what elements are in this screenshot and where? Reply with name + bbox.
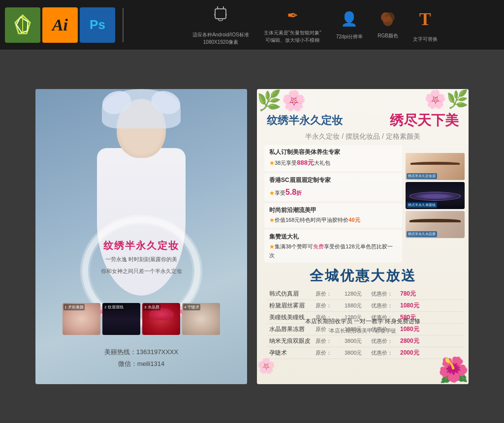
promo-title-2: 香港SC眉眉眉定制专家 bbox=[269, 176, 397, 184]
feature-dpi: 👤 72dpi分辨率 bbox=[336, 9, 363, 40]
feature-text: T 文字可替换 bbox=[413, 7, 438, 43]
flower-top-left: 🌿🌸 bbox=[257, 89, 306, 112]
promo-item-3: ★价值168元特色时尚甲油胶特价40元 bbox=[269, 216, 397, 225]
toolbar: Ai Ps 适应各种Android/IOS标准 1080X19 bbox=[0, 0, 504, 50]
price-row-1: 粉黛眉丝雾眉 原价： 1880元 优惠价： 1080元 bbox=[267, 300, 464, 312]
svg-rect-8 bbox=[219, 19, 222, 21]
rgb-icon bbox=[380, 10, 396, 28]
service-lashes: 2 纹眉眉线 bbox=[102, 303, 140, 335]
contact-info: 美丽热线：1363197XXXX 微信：meili1314 bbox=[104, 346, 178, 369]
pen-icon: ✒ bbox=[287, 6, 298, 25]
promo-title-4: 集赞送大礼 bbox=[269, 233, 397, 241]
promo-item-4: ★集满38个赞即可免费享受价值128元单色芭比胶一次 bbox=[269, 242, 397, 260]
right-footer: 本店长期招收学员 一对一教学 终身免费进修 本店长期招收美甲/彩妆学徒 bbox=[264, 317, 461, 334]
feature-rgb: RGB颜色 bbox=[378, 10, 398, 39]
toolbar-logos: Ai Ps bbox=[5, 7, 115, 43]
promo-2: 香港SC眉眉眉定制专家 ★享受5.8折 bbox=[264, 173, 402, 202]
service-images: 1 术前素颜 2 纹眉眉线 3 水晶唇 4 守睫术 bbox=[63, 303, 220, 335]
cdr-logo bbox=[5, 7, 40, 43]
feature-vector: ✒ 主体元素是"矢量智能对象" 可编辑、放大缩小不模糊 bbox=[264, 6, 321, 44]
cards-row: 🌸 🌺 🌸 🌸 🌺 🌸 纹绣半永久定妆 一劳永逸 时时刻刻展露你的美 你和女神之… bbox=[35, 89, 469, 384]
left-tagline-2: 你和女神之间只差一个半永久定妆 bbox=[92, 267, 190, 276]
flower-bottom-right: 🌺 bbox=[438, 356, 469, 384]
right-title-wenxiu: 纹绣半永久定妆 bbox=[267, 113, 343, 128]
person-icon: 👤 bbox=[341, 9, 358, 29]
toolbar-features: 适应各种Android/IOS标准 1080X1920像素 ✒ 主体元素是"矢量… bbox=[131, 4, 499, 46]
contact-wechat: 微信：meili1314 bbox=[104, 358, 178, 369]
promo-item-1: ★38元享受888元大礼包 bbox=[269, 158, 397, 168]
text-icon: T bbox=[419, 7, 431, 31]
feature-android: 适应各种Android/IOS标准 1080X1920像素 bbox=[192, 4, 249, 46]
svg-rect-3 bbox=[215, 9, 226, 19]
left-card: 🌸 🌺 🌸 🌸 🌺 🌸 纹绣半永久定妆 一劳永逸 时时刻刻展露你的美 你和女神之… bbox=[35, 89, 247, 384]
promo-3: 时尚前沿潮流美甲 ★价值168元特色时尚甲油胶特价40元 bbox=[264, 203, 402, 228]
big-promo-title: 全城优惠大放送 bbox=[264, 267, 461, 285]
ai-logo: Ai bbox=[42, 7, 78, 43]
service-label-2: 2 纹眉眉线 bbox=[103, 304, 125, 310]
price-row-4: 纳米无痕双眼皮 原价： 3800元 优惠价： 2800元 bbox=[267, 335, 464, 347]
promo-sections: 私人订制美容美体养生专家 ★38元享受888元大礼包 香港SC眉眉眉定制专家 ★… bbox=[264, 145, 402, 263]
promo-title-1: 私人订制美容美体养生专家 bbox=[269, 148, 397, 156]
contact-phone: 美丽热线：1363197XXXX bbox=[104, 346, 178, 358]
service-label-4: 4 守睫术 bbox=[183, 304, 200, 310]
android-icon bbox=[213, 4, 228, 28]
promo-4: 集赞送大礼 ★集满38个赞即可免费享受价值128元单色芭比胶一次 bbox=[264, 230, 402, 263]
price-row-0: 韩式仿真眉 原价： 1280元 优惠价： 780元 bbox=[267, 288, 464, 300]
svg-point-11 bbox=[383, 16, 393, 26]
service-lips: 3 水晶唇 bbox=[142, 303, 180, 335]
right-header: 纹绣半永久定妆 绣尽天下美 bbox=[264, 111, 461, 130]
right-subtitle: 半永久定妆 / 摆脱化妆品 / 定格素颜美 bbox=[264, 132, 461, 141]
left-main-title: 纹绣半永久定妆 bbox=[92, 237, 190, 252]
ps-logo: Ps bbox=[80, 7, 115, 43]
service-eye-right: 4 守睫术 bbox=[182, 303, 220, 335]
promo-1: 私人订制美容美体养生专家 ★38元享受888元大礼包 bbox=[264, 145, 402, 171]
right-title-big: 绣尽天下美 bbox=[346, 111, 459, 130]
promo-item-2: ★享受5.8折 bbox=[269, 186, 397, 199]
service-label-1: 1 术前素颜 bbox=[63, 304, 85, 310]
promo-title-3: 时尚前沿潮流美甲 bbox=[269, 206, 397, 214]
left-tagline-1: 一劳永逸 时时刻刻展露你的美 bbox=[92, 255, 190, 264]
left-card-text: 纹绣半永久定妆 一劳永逸 时时刻刻展露你的美 你和女神之间只差一个半永久定妆 bbox=[92, 237, 190, 275]
right-card: 🌿🌸 🌸🌿 🌺 🌸 韩式半永久定妆眉 韩式半永久单眼线 bbox=[257, 89, 469, 384]
main-content: 🌸 🌺 🌸 🌸 🌺 🌸 纹绣半永久定妆 一劳永逸 时时刻刻展露你的美 你和女神之… bbox=[0, 50, 504, 423]
service-eye-left: 1 术前素颜 bbox=[63, 303, 100, 335]
price-row-5: 孕睫术 原价： 3800元 优惠价： 2000元 bbox=[267, 347, 464, 359]
toolbar-divider bbox=[123, 8, 124, 42]
flower-bottom-left: 🌸 bbox=[257, 357, 275, 374]
right-content: 纹绣半永久定妆 绣尽天下美 半永久定妆 / 摆脱化妆品 / 定格素颜美 私人订制… bbox=[264, 111, 461, 359]
footer-text-2: 本店长期招收美甲/彩妆学徒 bbox=[264, 327, 461, 334]
service-label-3: 3 水晶唇 bbox=[143, 304, 160, 310]
flower-top-right: 🌸🌿 bbox=[424, 89, 469, 110]
footer-text-1: 本店长期招收学员 一对一教学 终身免费进修 bbox=[264, 317, 461, 326]
